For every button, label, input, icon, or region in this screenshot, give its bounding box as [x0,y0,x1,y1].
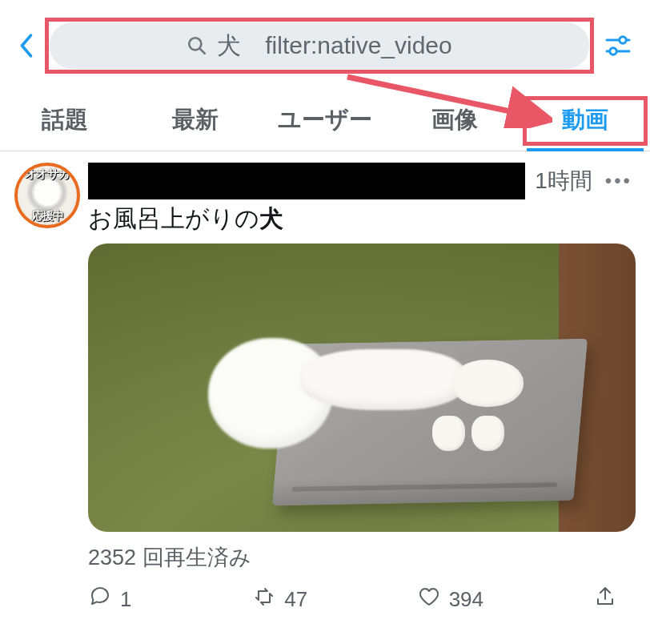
tweet-actions: 1 47 394 [88,575,636,627]
username-redacted [88,163,525,199]
tab-latest[interactable]: 最新 [130,91,259,151]
reply-count: 1 [120,587,131,612]
timestamp: 1時間 [535,166,592,196]
like-count: 394 [449,587,483,612]
reply-button[interactable]: 1 [88,585,252,614]
filter-tabs: 話題 最新 ユーザー 画像 動画 [0,83,650,151]
retweet-icon [252,585,276,614]
avatar-badge-top: オオサカ [18,167,77,182]
share-button[interactable] [581,585,629,614]
share-icon [593,585,617,614]
tab-images[interactable]: 画像 [390,91,520,151]
retweet-count: 47 [284,587,307,612]
view-count: 2352 回再生済み [88,532,636,575]
avatar-badge-bottom: 応援中 [18,209,77,223]
more-options-icon[interactable]: ••• [602,170,636,192]
search-query: 犬 filter:native_video [217,30,451,62]
search-icon [187,35,207,56]
svg-line-1 [200,48,205,53]
tab-label: 動画 [562,107,608,132]
avatar[interactable]: オオサカ 応援中 [14,163,80,228]
svg-point-3 [620,37,626,43]
tab-label: 画像 [431,107,478,132]
tab-label: 話題 [42,107,88,132]
video-thumbnail-dog [208,319,536,457]
back-icon[interactable] [16,30,37,62]
video-thumbnail[interactable] [88,244,636,532]
tweet[interactable]: オオサカ 応援中 1時間 ••• お風呂上がりの犬 2352 回再生済み [0,151,650,627]
tab-label: ユーザー [278,107,372,132]
settings-sliders-icon[interactable] [602,30,634,62]
svg-point-5 [610,48,616,54]
retweet-button[interactable]: 47 [252,585,416,614]
reply-icon [88,585,112,614]
tweet-text-keyword: 犬 [259,205,283,231]
tweet-text-prefix: お風呂上がりの [88,205,259,231]
heart-icon [417,585,441,614]
tab-users[interactable]: ユーザー [260,91,390,151]
like-button[interactable]: 394 [417,585,581,614]
search-field[interactable]: 犬 filter:native_video [50,22,589,69]
tab-label: 最新 [172,107,219,132]
tab-topics[interactable]: 話題 [0,91,130,151]
tab-videos[interactable]: 動画 [520,91,650,151]
tweet-text: お風呂上がりの犬 [88,199,636,244]
